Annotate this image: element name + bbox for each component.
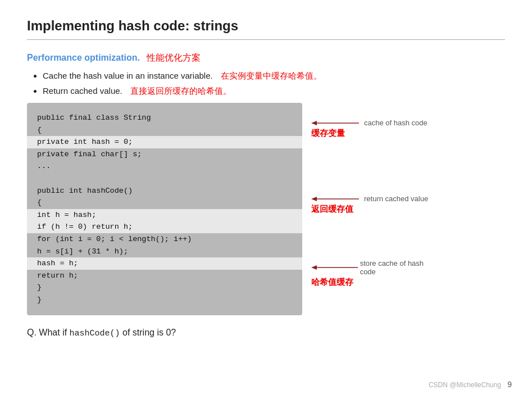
ann2-chinese: 返回缓存值 [311,204,353,214]
code-line-11: h = s[i] + (31 * h); [37,246,292,258]
perf-label: Performance optimization. [27,53,140,63]
code-block: public final class String { private int … [27,103,302,315]
code-line-0: public final class String [37,112,292,124]
svg-marker-3 [311,197,317,201]
ann3-chinese: 哈希值缓存 [311,277,353,287]
svg-marker-5 [311,265,317,270]
code-line-7: { [37,197,292,209]
code-line-4: ... [37,160,292,173]
ann2-english: return cached value [364,194,428,203]
code-line-5 [37,173,292,185]
bottom-prefix: Q. What if [27,328,70,337]
code-line-12: hash = h; [27,257,302,270]
arrow-icon-1 [311,119,362,127]
code-line-1: { [37,124,292,137]
annotation-2: return cached value 返回缓存值 [311,194,428,215]
ann3-english: store cache of hash code [360,259,435,276]
bottom-code: hashCode() [70,329,120,338]
watermark: CSDN @MichelleChung 9 [429,380,512,389]
code-line-3: private final char[] s; [37,148,292,161]
ann1-english: cache of hash code [364,119,428,127]
code-line-14: } [37,282,292,294]
svg-marker-1 [311,121,317,125]
code-line-8: int h = hash; if (h != 0) return h; [27,209,302,233]
code-line-2: private int hash = 0; [27,136,302,148]
slide: Implementing hash code: strings Performa… [0,0,532,399]
content-area: public final class String { private int … [27,103,505,315]
bottom-note: Q. What if hashCode() of string is 0? [27,328,505,338]
bottom-suffix: of string is 0? [120,328,176,337]
code-line-10: for (int i = 0; i < length(); i++) [37,233,292,246]
perf-chinese: 性能优化方案 [147,52,201,64]
title-divider [27,39,505,40]
slide-number: 9 [507,380,512,389]
bullet-item-2: Return cached value. 直接返回所缓存的哈希值。 [43,85,505,98]
bullet-list: Cache the hash value in an instance vari… [43,70,505,97]
code-line-15: } [37,294,292,306]
code-line-6: public int hashCode() [37,185,292,197]
slide-title: Implementing hash code: strings [27,18,505,34]
ann1-chinese: 缓存变量 [311,128,345,138]
annotation-3: store cache of hash code 哈希值缓存 [311,259,435,288]
arrow-icon-2 [311,195,362,203]
code-line-13: return h; [37,270,292,282]
arrow-icon-3 [311,264,358,271]
annotation-1: cache of hash code 缓存变量 [311,119,428,139]
annotations-container: cache of hash code 缓存变量 return cached va… [311,103,435,311]
bullet-item-1: Cache the hash value in an instance vari… [43,70,505,83]
